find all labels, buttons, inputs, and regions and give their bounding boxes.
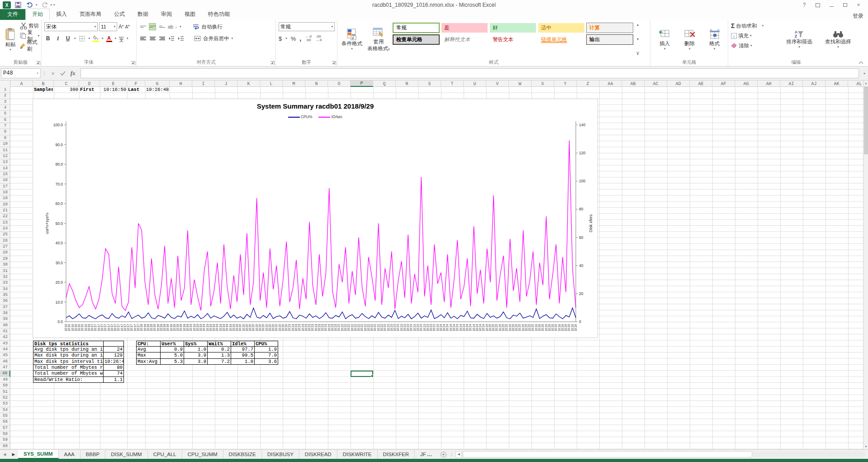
- align-middle-icon[interactable]: [149, 23, 156, 30]
- row-header-4[interactable]: 4: [0, 105, 10, 111]
- align-right-icon[interactable]: [158, 35, 166, 42]
- column-header-O[interactable]: O: [328, 81, 351, 87]
- tabbar-splitter[interactable]: ⁞: [449, 450, 455, 459]
- row-header-27[interactable]: 27: [0, 244, 10, 250]
- row-header-12[interactable]: 12: [0, 153, 10, 159]
- italic-button[interactable]: I: [54, 35, 62, 42]
- cell-style-check[interactable]: 检查单元格: [393, 34, 440, 45]
- column-header-U[interactable]: U: [464, 81, 486, 87]
- increase-decimal-button[interactable]: ←.0.00: [305, 35, 312, 42]
- row-header-3[interactable]: 3: [0, 99, 10, 105]
- font-size-combo[interactable]: 11▾: [99, 22, 117, 31]
- insert-cells-button[interactable]: 插入▾: [653, 21, 677, 58]
- column-header-AH[interactable]: AH: [758, 81, 780, 87]
- tab-scroll-left-icon[interactable]: ◀: [0, 450, 9, 459]
- collapse-ribbon-icon[interactable]: [859, 61, 863, 64]
- redo-dropdown[interactable]: ▾: [51, 3, 52, 7]
- cell-E1[interactable]: 10:16:50: [101, 87, 126, 93]
- row-header-20[interactable]: 20: [0, 202, 10, 208]
- cell-D1[interactable]: First: [80, 87, 99, 93]
- conditional-formatting-button[interactable]: ≠ 条件格式▾: [339, 21, 365, 58]
- row-header-60[interactable]: 60: [0, 443, 10, 449]
- number-format-combo[interactable]: 常规▾: [279, 22, 335, 31]
- column-header-K[interactable]: K: [237, 81, 260, 87]
- column-header-R[interactable]: R: [396, 81, 418, 87]
- row-header-11[interactable]: 11: [0, 148, 10, 153]
- gallery-scroll-up-icon[interactable]: [636, 23, 640, 26]
- row-header-31[interactable]: 31: [0, 268, 10, 274]
- cell-style-calc[interactable]: 计算: [586, 23, 633, 33]
- row-header-25[interactable]: 25: [0, 232, 10, 238]
- sheet-tab-DISKREAD[interactable]: DISKREAD: [299, 450, 337, 459]
- row-header-7[interactable]: 7: [0, 123, 10, 129]
- column-header-X[interactable]: X: [531, 81, 554, 87]
- sheet-tab-AAA[interactable]: AAA: [59, 450, 81, 459]
- sheet-tab-DISKBUSY[interactable]: DISKBUSY: [262, 450, 299, 459]
- row-header-30[interactable]: 30: [0, 262, 10, 268]
- sheet-tab-DISKXFER[interactable]: DISKXFER: [378, 450, 415, 459]
- row-header-39[interactable]: 39: [0, 316, 10, 322]
- column-header-W[interactable]: W: [509, 81, 531, 87]
- scroll-up-icon[interactable]: ▲: [863, 81, 868, 86]
- row-header-58[interactable]: 58: [0, 431, 10, 437]
- row-header-56[interactable]: 56: [0, 419, 10, 425]
- column-header-AD[interactable]: AD: [667, 81, 690, 87]
- row-header-37[interactable]: 37: [0, 305, 10, 310]
- ribbon-display-options-button[interactable]: [812, 1, 824, 9]
- align-left-icon[interactable]: [139, 35, 147, 42]
- wrap-text-button[interactable]: 自动换行: [202, 24, 223, 30]
- horizontal-scrollbar[interactable]: ◀: [455, 451, 865, 457]
- sheet-tab-SYS_SUMM[interactable]: SYS_SUMM: [18, 450, 59, 459]
- column-header-B[interactable]: B: [33, 81, 54, 87]
- column-header-AL[interactable]: AL: [848, 81, 863, 87]
- sheet-tab-DISKWRITE[interactable]: DISKWRITE: [337, 450, 378, 459]
- clear-button[interactable]: 清除▾: [730, 41, 780, 51]
- row-header-32[interactable]: 32: [0, 274, 10, 280]
- row-header-18[interactable]: 18: [0, 190, 10, 195]
- row-header-22[interactable]: 22: [0, 214, 10, 219]
- column-header-L[interactable]: L: [260, 81, 283, 87]
- column-header-AB[interactable]: AB: [622, 81, 645, 87]
- row-header-6[interactable]: 6: [0, 117, 10, 123]
- row-header-50[interactable]: 50: [0, 383, 10, 389]
- row-header-57[interactable]: 57: [0, 425, 10, 431]
- namebox-splitter[interactable]: ⁞: [43, 71, 45, 76]
- row-header-35[interactable]: 35: [0, 292, 10, 298]
- undo-dropdown[interactable]: ▾: [36, 3, 38, 7]
- align-top-icon[interactable]: [139, 23, 147, 30]
- column-header-M[interactable]: M: [283, 81, 305, 87]
- column-header-AE[interactable]: AE: [690, 81, 712, 87]
- row-header-52[interactable]: 52: [0, 395, 10, 401]
- phonetic-guide-button[interactable]: wén 文: [119, 36, 124, 42]
- row-header-9[interactable]: 9: [0, 135, 10, 141]
- column-header-P[interactable]: P: [351, 81, 373, 87]
- scroll-down-icon[interactable]: ▼: [863, 444, 868, 449]
- name-box[interactable]: P48▾: [1, 68, 41, 78]
- column-header-F[interactable]: F: [127, 81, 145, 87]
- row-header-26[interactable]: 26: [0, 238, 10, 244]
- sign-in-link[interactable]: 登录: [853, 12, 868, 20]
- cell-style-bad[interactable]: 差: [441, 23, 488, 33]
- row-header-40[interactable]: 40: [0, 323, 10, 329]
- row-header-29[interactable]: 29: [0, 256, 10, 262]
- row-header-47[interactable]: 47: [0, 365, 10, 371]
- gallery-scroll-down-icon[interactable]: [636, 38, 640, 41]
- enter-entry-icon[interactable]: [58, 69, 68, 78]
- percent-style-button[interactable]: %: [291, 35, 296, 42]
- redo-icon[interactable]: [40, 1, 49, 9]
- selected-cell-P48[interactable]: [351, 371, 373, 376]
- cell-style-normal[interactable]: 常规: [393, 23, 440, 33]
- help-button[interactable]: ?: [798, 1, 810, 9]
- row-header-5[interactable]: 5: [0, 111, 10, 117]
- sheet-tab-DISKBSIZE[interactable]: DISKBSIZE: [223, 450, 262, 459]
- vertical-scroll-thumb[interactable]: [864, 86, 868, 154]
- autosum-button[interactable]: Σ 自动求和▾: [730, 21, 780, 31]
- row-header-28[interactable]: 28: [0, 250, 10, 256]
- column-header-AI[interactable]: AI: [780, 81, 803, 87]
- sheet-tab-JF[interactable]: JF…: [415, 450, 437, 459]
- row-header-55[interactable]: 55: [0, 413, 10, 419]
- column-header-C[interactable]: C: [54, 81, 79, 87]
- cell-style-neutral[interactable]: 适中: [538, 23, 585, 33]
- column-header-H[interactable]: H: [170, 81, 192, 87]
- sort-filter-button[interactable]: AZ 排序和筛选▾: [780, 21, 819, 58]
